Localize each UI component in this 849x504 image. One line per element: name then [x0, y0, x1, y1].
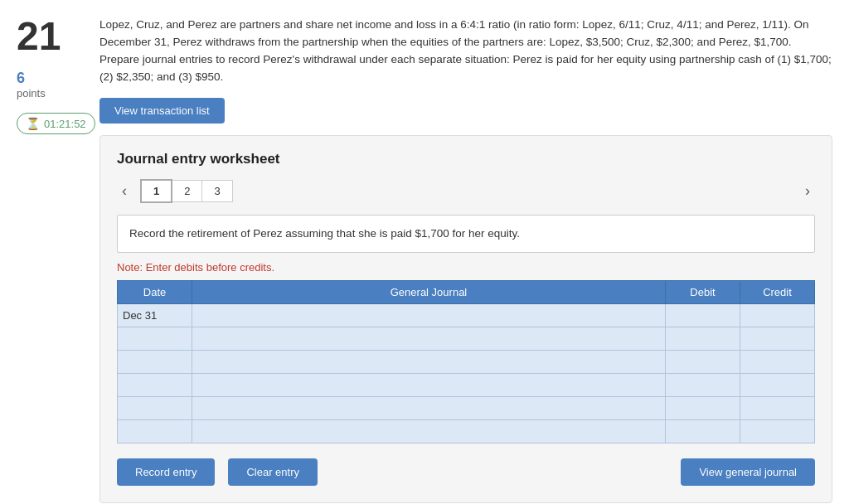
header-debit: Debit	[666, 280, 740, 303]
journal-cell-6[interactable]	[192, 419, 666, 443]
timer-icon: ⏳	[26, 117, 40, 130]
tab-1[interactable]: 1	[140, 179, 172, 203]
view-general-journal-button[interactable]: View general journal	[681, 458, 815, 486]
tab-group: 1 2 3	[140, 179, 233, 203]
next-arrow[interactable]: ›	[800, 181, 815, 201]
credit-cell-1[interactable]	[740, 303, 815, 327]
date-cell-5[interactable]	[118, 396, 192, 419]
credit-cell-2[interactable]	[740, 327, 815, 350]
debit-cell-1[interactable]	[666, 303, 740, 327]
points-label: points	[17, 87, 46, 99]
date-cell-6[interactable]	[118, 419, 192, 443]
credit-cell-6[interactable]	[740, 419, 815, 443]
debit-cell-4[interactable]	[666, 373, 740, 396]
tab-3[interactable]: 3	[202, 180, 232, 202]
note-text: Note: Enter debits before credits.	[117, 261, 815, 274]
record-entry-button[interactable]: Record entry	[117, 458, 215, 486]
debit-cell-6[interactable]	[666, 419, 740, 443]
table-row: Dec 31	[118, 303, 815, 327]
journal-cell-3[interactable]	[192, 350, 666, 373]
journal-cell-5[interactable]	[192, 396, 666, 419]
header-general-journal: General Journal	[192, 280, 666, 303]
debit-cell-2[interactable]	[666, 327, 740, 350]
timer-badge: ⏳ 01:21:52	[17, 113, 95, 134]
instruction-box: Record the retirement of Perez assuming …	[117, 215, 815, 253]
tab-navigation: ‹ 1 2 3 ›	[117, 179, 815, 203]
header-credit: Credit	[740, 280, 815, 303]
view-transaction-button[interactable]: View transaction list	[99, 98, 225, 124]
credit-cell-4[interactable]	[740, 373, 815, 396]
debit-cell-3[interactable]	[666, 350, 740, 373]
points-value: 6	[17, 70, 25, 87]
table-row	[118, 327, 815, 350]
problem-text: Lopez, Cruz, and Perez are partners and …	[99, 17, 832, 86]
table-row	[118, 396, 815, 419]
action-buttons-row: Record entry Clear entry View general jo…	[117, 458, 815, 486]
credit-cell-5[interactable]	[740, 396, 815, 419]
worksheet-title: Journal entry worksheet	[117, 151, 815, 167]
header-date: Date	[118, 280, 192, 303]
clear-entry-button[interactable]: Clear entry	[228, 458, 318, 486]
timer-display: 01:21:52	[44, 118, 86, 130]
credit-cell-3[interactable]	[740, 350, 815, 373]
table-row	[118, 350, 815, 373]
journal-cell-1[interactable]	[192, 303, 666, 327]
journal-worksheet: Journal entry worksheet ‹ 1 2 3 › Record…	[99, 135, 832, 503]
tab-2[interactable]: 2	[172, 180, 202, 202]
date-cell-1[interactable]: Dec 31	[118, 303, 192, 327]
date-cell-3[interactable]	[118, 350, 192, 373]
problem-number: 21	[17, 17, 61, 56]
table-row	[118, 373, 815, 396]
journal-cell-2[interactable]	[192, 327, 666, 350]
debit-cell-5[interactable]	[666, 396, 740, 419]
prev-arrow[interactable]: ‹	[117, 181, 132, 201]
table-row	[118, 419, 815, 443]
journal-cell-4[interactable]	[192, 373, 666, 396]
journal-table: Date General Journal Debit Credit Dec 31	[117, 280, 815, 443]
date-cell-4[interactable]	[118, 373, 192, 396]
date-cell-2[interactable]	[118, 327, 192, 350]
